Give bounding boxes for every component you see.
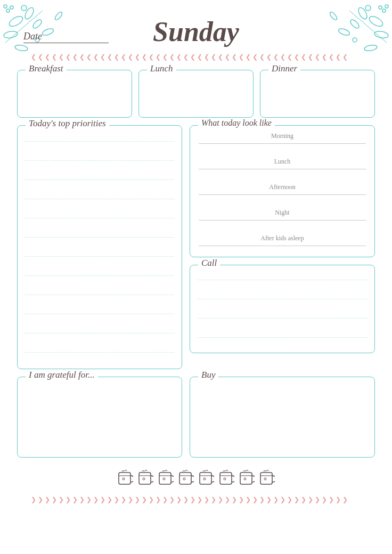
call-section: Call xyxy=(190,265,375,353)
dinner-border xyxy=(260,70,375,118)
priority-line-4 xyxy=(25,190,174,199)
night-line xyxy=(199,220,366,221)
dinner-label: Dinner xyxy=(268,63,300,74)
cup-7 xyxy=(239,468,255,490)
svg-point-50 xyxy=(264,478,266,480)
cup-8 xyxy=(259,468,275,490)
lunch-box: Lunch xyxy=(138,70,254,118)
grateful-content xyxy=(18,377,182,457)
breakfast-label: Breakfast xyxy=(26,63,67,74)
main-content: Today's top priorities xyxy=(0,125,392,369)
priorities-label: Today's top priorities xyxy=(26,118,109,129)
meals-row: Breakfast Lunch Dinner xyxy=(0,70,392,118)
priorities-border xyxy=(17,125,182,369)
title-area: Date Sunday xyxy=(0,0,392,47)
breakfast-box: Breakfast xyxy=(17,70,132,118)
grateful-label: I am grateful for... xyxy=(26,370,98,380)
bottom-row: I am grateful for... Buy xyxy=(0,377,392,458)
call-label: Call xyxy=(198,258,220,268)
priority-line-8 xyxy=(25,266,174,276)
today-content: Morning Lunch Afternoon Ni xyxy=(190,126,374,257)
afternoon-line xyxy=(199,194,366,195)
after-kids-label: After kids asleep xyxy=(260,234,304,242)
night-label: Night xyxy=(275,209,289,217)
time-morning: Morning xyxy=(199,130,366,146)
bottom-divider: ❯❯❯❯❯❯❯❯❯❯❯❯❯❯❯❯❯❯❯❯❯❯❯❯❯❯❯❯❯❯❯❯❯❯❯❯❯❯❯❯… xyxy=(0,494,392,510)
priority-line-7 xyxy=(25,247,174,257)
svg-point-32 xyxy=(143,478,145,480)
grateful-section: I am grateful for... xyxy=(17,377,182,458)
grateful-border xyxy=(17,377,182,458)
lunch-time-label: Lunch xyxy=(274,158,291,166)
cup-4 xyxy=(178,468,194,490)
lunch-label: Lunch xyxy=(147,63,176,74)
today-section: What today look like Morning Lunch After… xyxy=(190,125,375,257)
cup-2 xyxy=(137,468,153,490)
priority-line-2 xyxy=(25,151,174,161)
time-night: Night xyxy=(199,207,366,223)
cup-6 xyxy=(218,468,234,490)
after-kids-line xyxy=(199,246,366,246)
day-title: Sunday xyxy=(153,17,239,47)
left-column: Today's top priorities xyxy=(17,125,182,369)
buy-border xyxy=(190,377,375,458)
afternoon-label: Afternoon xyxy=(269,183,295,191)
priorities-section: Today's top priorities xyxy=(17,125,182,369)
time-afternoon: Afternoon xyxy=(199,181,366,197)
date-label: Date xyxy=(23,31,42,42)
svg-point-47 xyxy=(244,478,246,480)
call-line-2 xyxy=(198,290,367,299)
priority-line-5 xyxy=(25,209,174,218)
svg-point-44 xyxy=(224,478,226,480)
svg-point-38 xyxy=(183,478,185,480)
call-line-4 xyxy=(198,328,367,338)
call-line-1 xyxy=(198,271,367,280)
priority-line-6 xyxy=(25,228,174,238)
lunch-time-line xyxy=(199,169,366,169)
morning-label: Morning xyxy=(271,132,293,140)
cup-5 xyxy=(198,468,214,490)
cup-3 xyxy=(158,468,174,490)
breakfast-border xyxy=(17,70,132,118)
right-column: What today look like Morning Lunch After… xyxy=(190,125,375,369)
date-line xyxy=(23,43,109,43)
priority-line-3 xyxy=(25,170,174,180)
priority-line-12 xyxy=(25,343,174,353)
buy-content xyxy=(190,377,374,457)
buy-label: Buy xyxy=(198,370,218,380)
svg-point-41 xyxy=(203,478,206,480)
time-lunch: Lunch xyxy=(199,156,366,172)
svg-text:❯❯❯❯❯❯❯❯❯❯❯❯❯❯❯❯❯❯❯❯❯❯❯❯❯❯❯❯❯❯: ❯❯❯❯❯❯❯❯❯❯❯❯❯❯❯❯❯❯❯❯❯❯❯❯❯❯❯❯❯❯❯❯❯❯❯❯❯❯❯❯… xyxy=(31,496,349,503)
call-content xyxy=(190,265,374,353)
time-after-kids: After kids asleep xyxy=(199,232,366,248)
svg-point-29 xyxy=(123,478,125,480)
priority-line-1 xyxy=(25,132,174,142)
dinner-box: Dinner xyxy=(260,70,375,118)
call-line-3 xyxy=(198,309,367,319)
priorities-content xyxy=(18,126,182,369)
cup-1 xyxy=(117,468,133,490)
lunch-border xyxy=(138,70,254,118)
buy-section: Buy xyxy=(190,377,375,458)
svg-point-35 xyxy=(163,478,165,480)
today-label: What today look like xyxy=(198,118,275,128)
today-border: Morning Lunch Afternoon Ni xyxy=(190,125,375,257)
water-row xyxy=(0,465,392,494)
priority-line-10 xyxy=(25,305,174,314)
morning-line xyxy=(199,143,366,144)
priority-line-11 xyxy=(25,324,174,333)
priority-line-9 xyxy=(25,286,174,295)
call-border xyxy=(190,265,375,353)
